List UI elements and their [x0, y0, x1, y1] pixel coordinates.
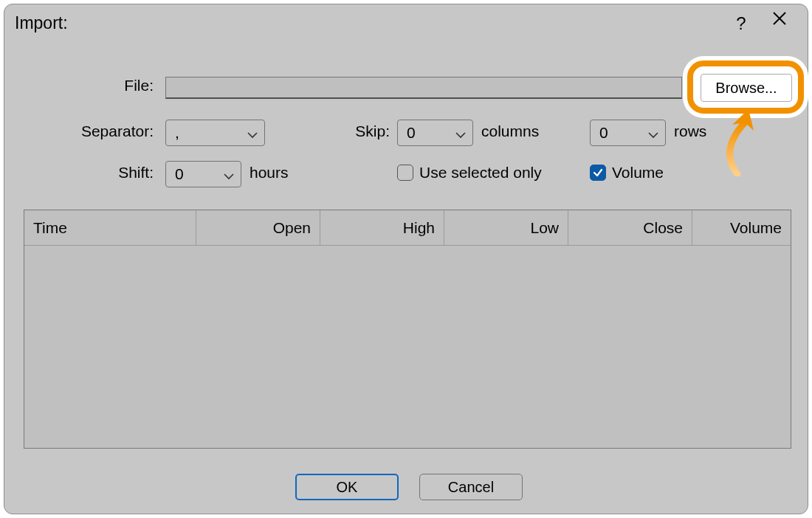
shift-label: Shift: [118, 164, 154, 182]
column-time[interactable]: Time [24, 210, 196, 246]
separator-select[interactable]: , [165, 120, 265, 146]
table-header: Time Open High Low Close Volume [24, 210, 791, 246]
chevron-down-icon [223, 168, 235, 180]
skip-columns-value: 0 [407, 124, 416, 142]
shift-select[interactable]: 0 [165, 161, 241, 187]
dialog-title: Import: [15, 13, 68, 33]
cancel-button[interactable]: Cancel [419, 474, 523, 500]
column-close[interactable]: Close [568, 210, 692, 246]
column-high[interactable]: High [320, 210, 444, 246]
close-icon[interactable] [765, 10, 794, 37]
import-dialog: Import: ? File: Browse... Separator: , [4, 4, 808, 514]
skip-rows-label: rows [674, 122, 706, 140]
column-volume[interactable]: Volume [692, 210, 791, 246]
preview-table[interactable]: Time Open High Low Close Volume [24, 210, 791, 449]
file-label: File: [124, 77, 154, 94]
skip-label: Skip: [355, 122, 390, 140]
volume-label: Volume [612, 164, 664, 182]
checkbox-icon [397, 165, 413, 181]
title-bar: Import: ? [4, 4, 808, 41]
skip-rows-select[interactable]: 0 [590, 120, 666, 146]
separator-value: , [175, 124, 179, 142]
chevron-down-icon [455, 127, 467, 139]
help-icon[interactable]: ? [726, 10, 756, 37]
column-low[interactable]: Low [444, 210, 568, 246]
use-selected-only-label: Use selected only [419, 164, 542, 182]
column-open[interactable]: Open [196, 210, 320, 246]
use-selected-only-checkbox[interactable]: Use selected only [397, 164, 542, 182]
shift-unit-label: hours [250, 164, 289, 182]
shift-value: 0 [175, 165, 184, 183]
checkbox-checked-icon [590, 165, 606, 181]
chevron-down-icon [247, 127, 258, 139]
separator-label: Separator: [81, 122, 154, 140]
browse-highlight: Browse... [683, 56, 808, 118]
skip-rows-value: 0 [599, 124, 608, 142]
skip-columns-select[interactable]: 0 [397, 120, 473, 146]
volume-checkbox[interactable]: Volume [590, 164, 664, 182]
skip-columns-label: columns [481, 122, 539, 140]
browse-button[interactable]: Browse... [701, 74, 792, 102]
ok-button[interactable]: OK [295, 474, 399, 500]
file-path-input[interactable] [165, 77, 682, 99]
chevron-down-icon [647, 127, 659, 139]
